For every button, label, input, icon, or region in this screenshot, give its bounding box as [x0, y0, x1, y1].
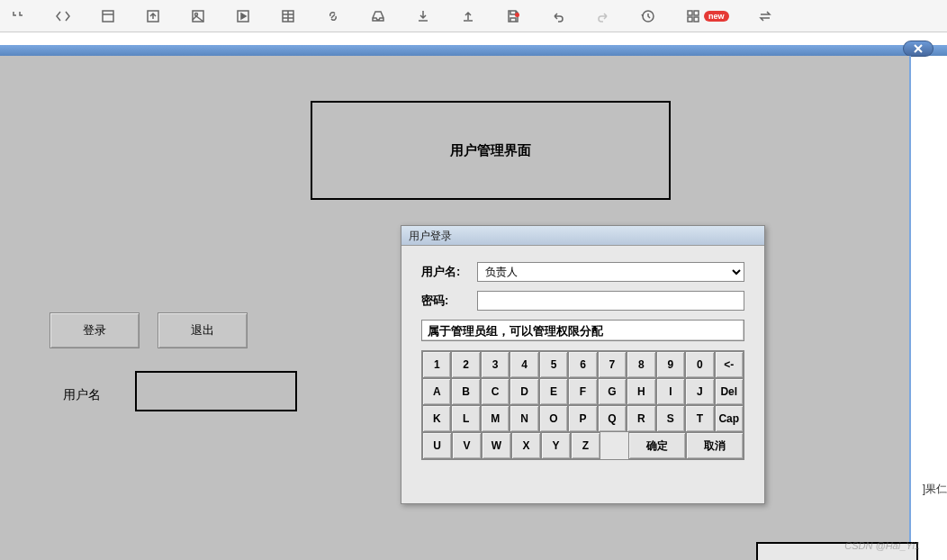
key-9[interactable]: 9: [656, 351, 685, 378]
swap-icon[interactable]: [756, 7, 774, 25]
key-A[interactable]: A: [422, 378, 451, 405]
dialog-body: 用户名: 负责人 密码: 属于管理员组，可以管理权限分配 1234567890<…: [401, 246, 764, 469]
exit-button[interactable]: 退出: [158, 312, 248, 348]
svg-rect-8: [694, 11, 699, 15]
key-I[interactable]: I: [656, 378, 685, 405]
key-1[interactable]: 1: [422, 351, 451, 378]
password-row: 密码:: [421, 291, 744, 311]
key-7[interactable]: 7: [598, 351, 627, 378]
dlg-password-label: 密码:: [421, 293, 477, 309]
browser-toolbar: new: [0, 0, 947, 32]
virtual-keyboard: 1234567890<- ABCDEFGHIJDel KLMNOPQRSTCap…: [421, 350, 744, 460]
key-L[interactable]: L: [451, 405, 480, 432]
key-W[interactable]: W: [482, 432, 511, 459]
key-O[interactable]: O: [539, 405, 568, 432]
cancel-button[interactable]: 取消: [686, 432, 744, 459]
window-close-button[interactable]: [903, 41, 933, 57]
key-V[interactable]: V: [452, 432, 482, 459]
key-4[interactable]: 4: [510, 351, 538, 378]
svg-rect-0: [103, 11, 113, 22]
new-badge-wrap[interactable]: new: [684, 7, 729, 25]
key-Cap[interactable]: Cap: [715, 405, 744, 432]
dialog-title: 用户登录: [401, 226, 764, 246]
key-Z[interactable]: Z: [571, 432, 600, 459]
history-icon[interactable]: [639, 7, 657, 25]
key-Del[interactable]: Del: [715, 378, 744, 405]
key-U[interactable]: U: [422, 432, 452, 459]
unsaved-dot-icon: [515, 13, 519, 17]
svg-rect-10: [694, 17, 699, 22]
video-icon[interactable]: [234, 7, 252, 25]
key-M[interactable]: M: [481, 405, 510, 432]
key-6[interactable]: 6: [568, 351, 597, 378]
key-<-[interactable]: <-: [715, 351, 744, 378]
page-title: 用户管理界面: [450, 142, 531, 159]
svg-point-3: [195, 13, 198, 15]
key-P[interactable]: P: [568, 405, 597, 432]
link-icon[interactable]: [324, 7, 342, 25]
key-Y[interactable]: Y: [541, 432, 571, 459]
page-title-box: 用户管理界面: [311, 101, 671, 200]
key-R[interactable]: R: [627, 405, 655, 432]
watermark: CSDN @Hai_Yi1: [844, 540, 920, 551]
key-N[interactable]: N: [510, 405, 538, 432]
key-X[interactable]: X: [511, 432, 541, 459]
dlg-username-label: 用户名:: [421, 264, 477, 280]
key-D[interactable]: D: [510, 378, 538, 405]
key-spacer: [600, 432, 628, 459]
key-2[interactable]: 2: [451, 351, 480, 378]
new-badge: new: [704, 11, 729, 22]
code-icon[interactable]: [54, 7, 72, 25]
key-J[interactable]: J: [685, 378, 714, 405]
key-G[interactable]: G: [598, 378, 627, 405]
dlg-username-select[interactable]: 负责人: [477, 262, 744, 282]
upload-icon[interactable]: [459, 7, 477, 25]
key-Q[interactable]: Q: [598, 405, 627, 432]
layout-icon[interactable]: [99, 7, 117, 25]
download-icon[interactable]: [414, 7, 432, 25]
grid-icon: [684, 7, 702, 25]
main-panel: 用户管理界面 登录 退出 用户名 用户登录 用户名: 负责人 密码: 属于管理员…: [0, 56, 911, 560]
username-display-box: [135, 371, 297, 411]
key-B[interactable]: B: [451, 378, 480, 405]
dlg-password-input[interactable]: [477, 291, 744, 311]
window-titlebar: [0, 45, 947, 56]
key-E[interactable]: E: [539, 378, 568, 405]
ok-button[interactable]: 确定: [628, 432, 686, 459]
key-row-4: U V W X Y Z 确定 取消: [422, 432, 744, 459]
export-icon[interactable]: [144, 7, 162, 25]
key-5[interactable]: 5: [539, 351, 568, 378]
username-label: 用户名: [63, 387, 101, 403]
key-H[interactable]: H: [627, 378, 655, 405]
login-button[interactable]: 登录: [50, 312, 140, 348]
key-F[interactable]: F: [568, 378, 597, 405]
key-3[interactable]: 3: [481, 351, 510, 378]
svg-rect-9: [688, 17, 692, 22]
key-K[interactable]: K: [422, 405, 451, 432]
login-dialog: 用户登录 用户名: 负责人 密码: 属于管理员组，可以管理权限分配 123456…: [401, 225, 765, 504]
quote-icon[interactable]: [9, 7, 27, 25]
svg-rect-7: [688, 11, 692, 15]
save-icon-wrap: [504, 7, 522, 25]
close-icon: [913, 43, 924, 54]
username-row: 用户名: 负责人: [421, 262, 744, 282]
table-icon[interactable]: [279, 7, 297, 25]
key-8[interactable]: 8: [627, 351, 655, 378]
key-S[interactable]: S: [656, 405, 685, 432]
key-T[interactable]: T: [685, 405, 714, 432]
key-0[interactable]: 0: [685, 351, 714, 378]
role-description: 属于管理员组，可以管理权限分配: [421, 320, 744, 341]
redo-icon[interactable]: [594, 7, 612, 25]
side-text-2: ]果仁: [923, 482, 947, 497]
save-icon[interactable]: [504, 7, 522, 25]
inbox-icon[interactable]: [369, 7, 387, 25]
image-icon[interactable]: [189, 7, 207, 25]
undo-icon[interactable]: [549, 7, 567, 25]
key-C[interactable]: C: [481, 378, 510, 405]
